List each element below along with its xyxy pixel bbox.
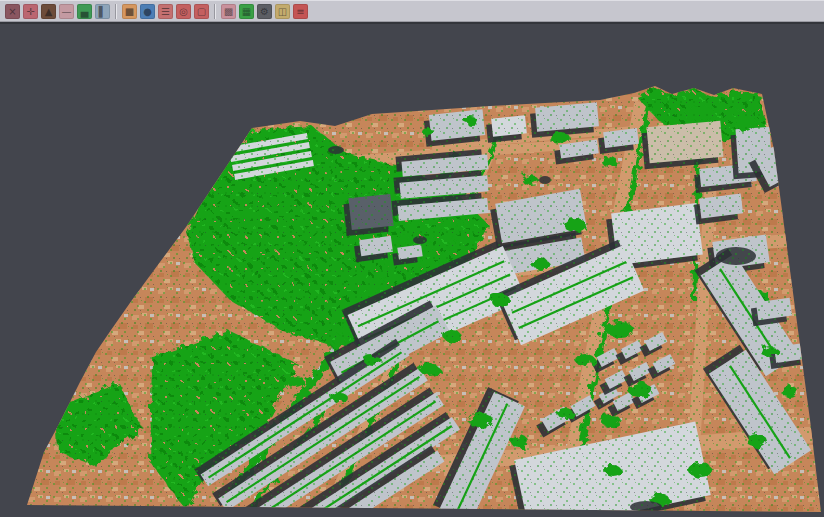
profile-lines-icon[interactable]: ☰ — [158, 4, 173, 19]
layers-tool-icon[interactable]: ≡ — [293, 4, 308, 19]
toolbar-group: ■●☰◎▢ — [119, 4, 212, 19]
target-picker-icon[interactable]: ◎ — [176, 4, 191, 19]
classification-map-icon[interactable]: ▦ — [239, 4, 254, 19]
terrain-tool-icon[interactable]: ▲ — [41, 4, 56, 19]
main-toolbar: ×✛▲—▄▌■●☰◎▢▩▦⚙◫≡ — [0, 0, 824, 22]
toolbar-group: ×✛▲—▄▌ — [2, 4, 113, 19]
delete-tool-icon[interactable]: × — [5, 4, 20, 19]
toolbar-separator — [214, 4, 216, 19]
column-filter-icon[interactable]: ▌ — [95, 4, 110, 19]
toolbar-group: ▩▦⚙◫≡ — [218, 4, 311, 19]
camera-settings-icon[interactable]: ⚙ — [257, 4, 272, 19]
pan-points-tool-icon[interactable]: ✛ — [23, 4, 38, 19]
orange-tile-icon[interactable]: ■ — [122, 4, 137, 19]
viewport-panel — [0, 22, 824, 517]
vegetation-classify-icon[interactable]: ▄ — [77, 4, 92, 19]
toolbar-separator — [115, 4, 117, 19]
measure-line-tool-icon[interactable]: — — [59, 4, 74, 19]
3d-viewport[interactable] — [0, 24, 824, 517]
grid-tool-icon[interactable]: ▩ — [221, 4, 236, 19]
globe-view-icon[interactable]: ● — [140, 4, 155, 19]
crop-bounds-icon[interactable]: ▢ — [194, 4, 209, 19]
history-tool-icon[interactable]: ◫ — [275, 4, 290, 19]
